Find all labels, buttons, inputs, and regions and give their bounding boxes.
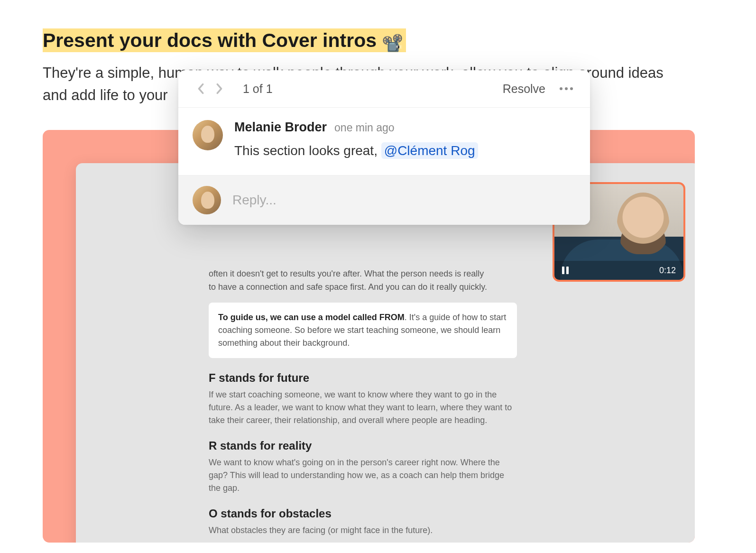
section-body-f: If we start coaching someone, we want to… — [209, 388, 517, 427]
comment-header: 1 of 1 Resolve — [178, 70, 590, 108]
comment-reply-row — [178, 175, 590, 225]
comment-author-avatar — [193, 120, 223, 150]
next-comment-button[interactable] — [212, 81, 228, 97]
comment-body: Melanie Broder one min ago This section … — [178, 108, 590, 175]
comment-text: This section looks great, @Clément Rog — [234, 141, 576, 161]
svg-point-2 — [570, 87, 573, 90]
prev-comment-button[interactable] — [193, 81, 209, 97]
reply-input[interactable] — [232, 193, 576, 208]
section-body-r: We want to know what's going on in the p… — [209, 456, 517, 495]
comment-author: Melanie Broder — [234, 120, 327, 135]
projector-emoji-icon: 📽️ — [382, 33, 403, 53]
section-heading-f: F stands for future — [209, 371, 671, 385]
reply-author-avatar — [193, 186, 221, 214]
resolve-button[interactable]: Resolve — [503, 82, 545, 96]
svg-point-0 — [560, 87, 562, 90]
section-heading-o: O stands for obstacles — [209, 507, 671, 520]
headline-text: Present your docs with Cover intros — [43, 29, 377, 51]
comment-mention[interactable]: @Clément Rog — [381, 142, 478, 159]
page-headline: Present your docs with Cover intros 📽️ — [43, 28, 713, 54]
comment-popover: 1 of 1 Resolve Melanie Broder one min ag… — [178, 70, 590, 225]
comment-timestamp: one min ago — [334, 121, 395, 134]
comment-counter: 1 of 1 — [243, 82, 273, 96]
doc-callout: To guide us, we can use a model called F… — [209, 303, 517, 358]
comment-text-plain: This section looks great, — [234, 143, 381, 158]
callout-bold: To guide us, we can use a model called F… — [218, 313, 405, 322]
video-controls: 0:12 — [554, 261, 683, 280]
section-heading-r: R stands for reality — [209, 439, 671, 452]
pause-icon[interactable] — [562, 267, 569, 274]
video-timestamp: 0:12 — [659, 266, 676, 276]
doc-intro-tail: often it doesn't get to results you're a… — [209, 267, 493, 294]
svg-point-1 — [565, 87, 568, 90]
more-options-button[interactable] — [557, 82, 576, 96]
section-body-o: What obstacles they are facing (or might… — [209, 524, 517, 537]
